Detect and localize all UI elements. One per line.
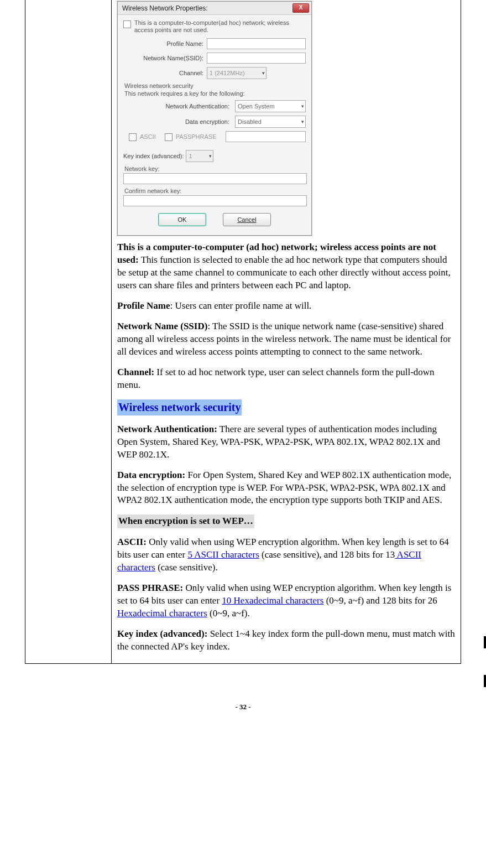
cancel-button[interactable]: Cancel (223, 213, 271, 226)
profile-name-text: : Users can enter profile name at will. (170, 300, 312, 311)
page-number: - 32 - (25, 703, 461, 711)
channel-value: 1 (2412MHz) (210, 70, 245, 76)
ok-button[interactable]: OK (158, 213, 206, 226)
net-auth-label: Network Authentication: (123, 103, 232, 110)
wep-heading: When encryption is set to WEP… (117, 514, 254, 528)
para-ascii: ASCII: Only valid when using WEP encrypt… (117, 536, 455, 574)
adhoc-checkbox-row: This is a computer-to-computer(ad hoc) n… (123, 19, 306, 34)
cancel-label: Cancel (237, 216, 256, 223)
ascii-link-1: 5 ASCII characters (187, 549, 259, 560)
ascii-text-c: (case sensitive). (155, 562, 218, 573)
ssid-input[interactable] (207, 53, 306, 64)
dialog-body: This is a computer-to-computer(ad hoc) n… (118, 15, 311, 235)
passphrase-label: PASSPHRASE (176, 133, 217, 140)
channel-bold: Channel: (117, 367, 154, 377)
security-section-label: Wireless network security (124, 82, 306, 89)
security-heading: Wireless network security (117, 399, 242, 415)
para-ssid: Network Name (SSID): The SSID is the uni… (117, 320, 455, 358)
profile-name-bold: Profile Name (117, 300, 170, 311)
key-index-label: Key index (advanced): (123, 153, 186, 159)
chevron-down-icon: ▾ (262, 70, 265, 76)
adhoc-text: This is a computer-to-computer(ad hoc) n… (134, 19, 306, 34)
network-key-input[interactable] (123, 173, 307, 184)
passphrase-input[interactable] (226, 131, 306, 142)
key-index-bold: Key index (advanced): (117, 628, 207, 639)
network-key-label: Network key: (124, 165, 306, 172)
heading-wep: When encryption is set to WEP… (117, 514, 455, 528)
para-profile-name: Profile Name: Users can enter profile na… (117, 300, 455, 313)
chevron-down-icon: ▾ (301, 103, 304, 109)
data-enc-label: Data encryption: (123, 118, 232, 125)
left-column (25, 0, 112, 663)
data-enc-select[interactable]: Disabled ▾ (235, 116, 306, 128)
para-channel: Channel: If set to ad hoc network type, … (117, 366, 455, 392)
side-mark (484, 636, 486, 648)
adhoc-text: This function is selected to enable the … (117, 254, 451, 290)
ascii-checkbox[interactable] (129, 133, 137, 141)
content-frame: Wireless Network Properties: X This is a… (25, 0, 461, 664)
ascii-text-b: (case sensitive), and 128 bits for 13 (259, 549, 395, 560)
ascii-label: ASCII (140, 133, 156, 140)
key-index-value: 1 (189, 153, 192, 159)
channel-select[interactable]: 1 (2412MHz) ▾ (207, 67, 266, 79)
right-column: Wireless Network Properties: X This is a… (112, 0, 461, 663)
chevron-down-icon: ▾ (301, 119, 304, 124)
adhoc-checkbox[interactable] (123, 20, 131, 28)
dialog-title: Wireless Network Properties: (122, 4, 208, 12)
security-section-sub: This network requires a key for the foll… (124, 90, 306, 97)
passphrase-text-c: (0~9, a~f). (207, 608, 250, 618)
passphrase-link-2: Hexadecimal characters (117, 608, 207, 618)
profile-name-label: Profile Name: (123, 40, 207, 47)
side-mark (484, 675, 486, 687)
channel-text: If set to ad hoc network type, user can … (117, 367, 435, 390)
net-auth-select[interactable]: Open System ▾ (235, 100, 306, 112)
para-data-enc: Data encryption: For Open System, Shared… (117, 469, 455, 507)
dialog-titlebar: Wireless Network Properties: X (118, 2, 311, 15)
para-key-index: Key index (advanced): Select 1~4 key ind… (117, 628, 455, 653)
dialog-screenshot: Wireless Network Properties: X This is a… (117, 1, 455, 236)
data-enc-bold: Data encryption: (117, 470, 185, 480)
confirm-key-input[interactable] (123, 195, 307, 206)
close-icon[interactable]: X (292, 3, 309, 13)
para-passphrase: PASS PHRASE: Only valid when using WEP e… (117, 582, 455, 620)
heading-security: Wireless network security (117, 399, 455, 415)
passphrase-link-1: 10 Hexadecimal characters (222, 595, 323, 606)
passphrase-text-b: (0~9, a~f) and 128 bits for 26 (323, 595, 437, 606)
wireless-properties-dialog: Wireless Network Properties: X This is a… (117, 1, 312, 236)
passphrase-checkbox[interactable] (165, 133, 173, 141)
key-index-select[interactable]: 1 ▾ (186, 150, 213, 162)
data-enc-value: Disabled (238, 118, 262, 125)
ssid-label: Network Name(SSID): (123, 55, 207, 61)
confirm-key-label: Confirm network key: (124, 188, 306, 194)
ssid-bold: Network Name (SSID) (117, 321, 207, 331)
para-net-auth: Network Authentication: There are severa… (117, 423, 455, 461)
channel-label: Channel: (123, 70, 207, 76)
net-auth-value: Open System (238, 103, 275, 110)
passphrase-bold: PASS PHRASE: (117, 583, 183, 593)
ascii-bold: ASCII: (117, 537, 147, 547)
profile-name-input[interactable] (207, 38, 306, 49)
net-auth-bold: Network Authentication: (117, 424, 217, 434)
para-adhoc: This is a computer-to-computer (ad hoc) … (117, 241, 455, 292)
chevron-down-icon: ▾ (209, 153, 212, 159)
